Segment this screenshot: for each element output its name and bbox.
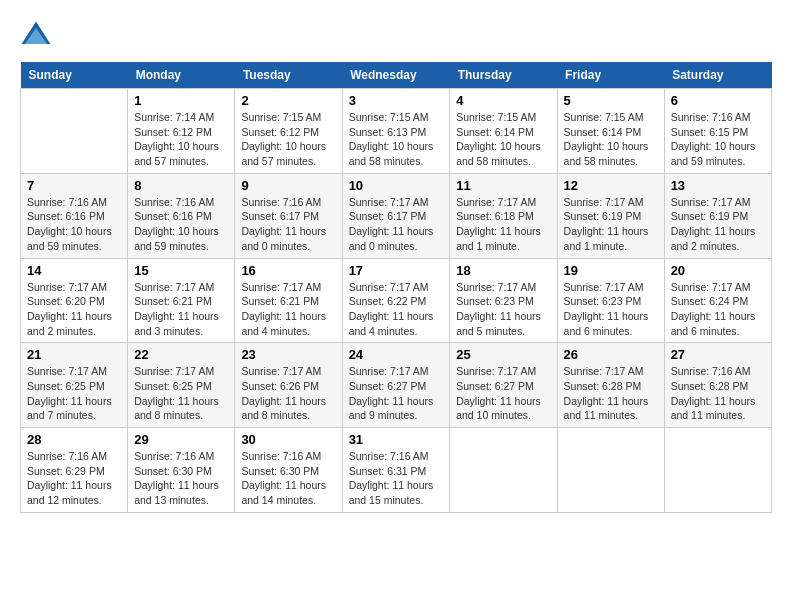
day-info: Sunrise: 7:17 AM Sunset: 6:19 PM Dayligh… [671,195,765,254]
day-info: Sunrise: 7:15 AM Sunset: 6:14 PM Dayligh… [564,110,658,169]
day-cell [21,89,128,174]
day-cell [557,428,664,513]
day-cell: 10Sunrise: 7:17 AM Sunset: 6:17 PM Dayli… [342,173,450,258]
day-number: 16 [241,263,335,278]
day-cell: 29Sunrise: 7:16 AM Sunset: 6:30 PM Dayli… [128,428,235,513]
day-number: 6 [671,93,765,108]
day-number: 4 [456,93,550,108]
header-cell-thursday: Thursday [450,62,557,89]
day-number: 30 [241,432,335,447]
day-info: Sunrise: 7:17 AM Sunset: 6:24 PM Dayligh… [671,280,765,339]
day-number: 28 [27,432,121,447]
day-info: Sunrise: 7:17 AM Sunset: 6:25 PM Dayligh… [134,364,228,423]
day-number: 3 [349,93,444,108]
day-cell: 1Sunrise: 7:14 AM Sunset: 6:12 PM Daylig… [128,89,235,174]
day-cell: 9Sunrise: 7:16 AM Sunset: 6:17 PM Daylig… [235,173,342,258]
day-cell: 19Sunrise: 7:17 AM Sunset: 6:23 PM Dayli… [557,258,664,343]
day-number: 27 [671,347,765,362]
day-number: 17 [349,263,444,278]
day-number: 12 [564,178,658,193]
day-info: Sunrise: 7:17 AM Sunset: 6:27 PM Dayligh… [456,364,550,423]
day-number: 2 [241,93,335,108]
day-number: 25 [456,347,550,362]
day-info: Sunrise: 7:16 AM Sunset: 6:28 PM Dayligh… [671,364,765,423]
day-number: 20 [671,263,765,278]
day-info: Sunrise: 7:16 AM Sunset: 6:17 PM Dayligh… [241,195,335,254]
day-info: Sunrise: 7:16 AM Sunset: 6:30 PM Dayligh… [134,449,228,508]
day-cell: 18Sunrise: 7:17 AM Sunset: 6:23 PM Dayli… [450,258,557,343]
day-info: Sunrise: 7:17 AM Sunset: 6:21 PM Dayligh… [134,280,228,339]
day-cell: 31Sunrise: 7:16 AM Sunset: 6:31 PM Dayli… [342,428,450,513]
day-cell: 7Sunrise: 7:16 AM Sunset: 6:16 PM Daylig… [21,173,128,258]
day-cell: 4Sunrise: 7:15 AM Sunset: 6:14 PM Daylig… [450,89,557,174]
day-info: Sunrise: 7:17 AM Sunset: 6:22 PM Dayligh… [349,280,444,339]
day-cell: 21Sunrise: 7:17 AM Sunset: 6:25 PM Dayli… [21,343,128,428]
week-row-5: 28Sunrise: 7:16 AM Sunset: 6:29 PM Dayli… [21,428,772,513]
day-info: Sunrise: 7:15 AM Sunset: 6:14 PM Dayligh… [456,110,550,169]
week-row-4: 21Sunrise: 7:17 AM Sunset: 6:25 PM Dayli… [21,343,772,428]
day-cell: 3Sunrise: 7:15 AM Sunset: 6:13 PM Daylig… [342,89,450,174]
header-cell-friday: Friday [557,62,664,89]
day-cell: 27Sunrise: 7:16 AM Sunset: 6:28 PM Dayli… [664,343,771,428]
header-cell-tuesday: Tuesday [235,62,342,89]
week-row-1: 1Sunrise: 7:14 AM Sunset: 6:12 PM Daylig… [21,89,772,174]
day-number: 26 [564,347,658,362]
day-number: 21 [27,347,121,362]
day-info: Sunrise: 7:17 AM Sunset: 6:20 PM Dayligh… [27,280,121,339]
day-cell [450,428,557,513]
day-cell: 12Sunrise: 7:17 AM Sunset: 6:19 PM Dayli… [557,173,664,258]
day-info: Sunrise: 7:15 AM Sunset: 6:12 PM Dayligh… [241,110,335,169]
day-number: 11 [456,178,550,193]
day-info: Sunrise: 7:17 AM Sunset: 6:19 PM Dayligh… [564,195,658,254]
day-info: Sunrise: 7:16 AM Sunset: 6:16 PM Dayligh… [27,195,121,254]
day-number: 13 [671,178,765,193]
day-number: 18 [456,263,550,278]
header-cell-wednesday: Wednesday [342,62,450,89]
header-cell-saturday: Saturday [664,62,771,89]
day-cell: 17Sunrise: 7:17 AM Sunset: 6:22 PM Dayli… [342,258,450,343]
calendar-table: SundayMondayTuesdayWednesdayThursdayFrid… [20,62,772,513]
day-cell: 8Sunrise: 7:16 AM Sunset: 6:16 PM Daylig… [128,173,235,258]
day-cell: 5Sunrise: 7:15 AM Sunset: 6:14 PM Daylig… [557,89,664,174]
day-cell: 16Sunrise: 7:17 AM Sunset: 6:21 PM Dayli… [235,258,342,343]
header-cell-sunday: Sunday [21,62,128,89]
day-info: Sunrise: 7:17 AM Sunset: 6:28 PM Dayligh… [564,364,658,423]
day-cell: 23Sunrise: 7:17 AM Sunset: 6:26 PM Dayli… [235,343,342,428]
day-cell: 11Sunrise: 7:17 AM Sunset: 6:18 PM Dayli… [450,173,557,258]
day-cell: 2Sunrise: 7:15 AM Sunset: 6:12 PM Daylig… [235,89,342,174]
day-info: Sunrise: 7:17 AM Sunset: 6:18 PM Dayligh… [456,195,550,254]
day-number: 14 [27,263,121,278]
day-cell: 14Sunrise: 7:17 AM Sunset: 6:20 PM Dayli… [21,258,128,343]
day-cell: 26Sunrise: 7:17 AM Sunset: 6:28 PM Dayli… [557,343,664,428]
day-info: Sunrise: 7:16 AM Sunset: 6:29 PM Dayligh… [27,449,121,508]
day-info: Sunrise: 7:16 AM Sunset: 6:30 PM Dayligh… [241,449,335,508]
day-info: Sunrise: 7:15 AM Sunset: 6:13 PM Dayligh… [349,110,444,169]
day-cell: 25Sunrise: 7:17 AM Sunset: 6:27 PM Dayli… [450,343,557,428]
day-cell: 13Sunrise: 7:17 AM Sunset: 6:19 PM Dayli… [664,173,771,258]
day-info: Sunrise: 7:17 AM Sunset: 6:17 PM Dayligh… [349,195,444,254]
day-info: Sunrise: 7:16 AM Sunset: 6:16 PM Dayligh… [134,195,228,254]
week-row-2: 7Sunrise: 7:16 AM Sunset: 6:16 PM Daylig… [21,173,772,258]
page-header [20,20,772,52]
day-info: Sunrise: 7:17 AM Sunset: 6:21 PM Dayligh… [241,280,335,339]
day-info: Sunrise: 7:16 AM Sunset: 6:31 PM Dayligh… [349,449,444,508]
day-cell: 15Sunrise: 7:17 AM Sunset: 6:21 PM Dayli… [128,258,235,343]
day-number: 7 [27,178,121,193]
day-number: 31 [349,432,444,447]
header-cell-monday: Monday [128,62,235,89]
day-cell: 24Sunrise: 7:17 AM Sunset: 6:27 PM Dayli… [342,343,450,428]
day-info: Sunrise: 7:14 AM Sunset: 6:12 PM Dayligh… [134,110,228,169]
header-row: SundayMondayTuesdayWednesdayThursdayFrid… [21,62,772,89]
day-number: 19 [564,263,658,278]
day-number: 29 [134,432,228,447]
logo [20,20,56,52]
day-number: 10 [349,178,444,193]
day-cell [664,428,771,513]
day-cell: 20Sunrise: 7:17 AM Sunset: 6:24 PM Dayli… [664,258,771,343]
day-number: 8 [134,178,228,193]
day-cell: 30Sunrise: 7:16 AM Sunset: 6:30 PM Dayli… [235,428,342,513]
day-number: 23 [241,347,335,362]
day-number: 9 [241,178,335,193]
day-number: 1 [134,93,228,108]
day-info: Sunrise: 7:17 AM Sunset: 6:27 PM Dayligh… [349,364,444,423]
